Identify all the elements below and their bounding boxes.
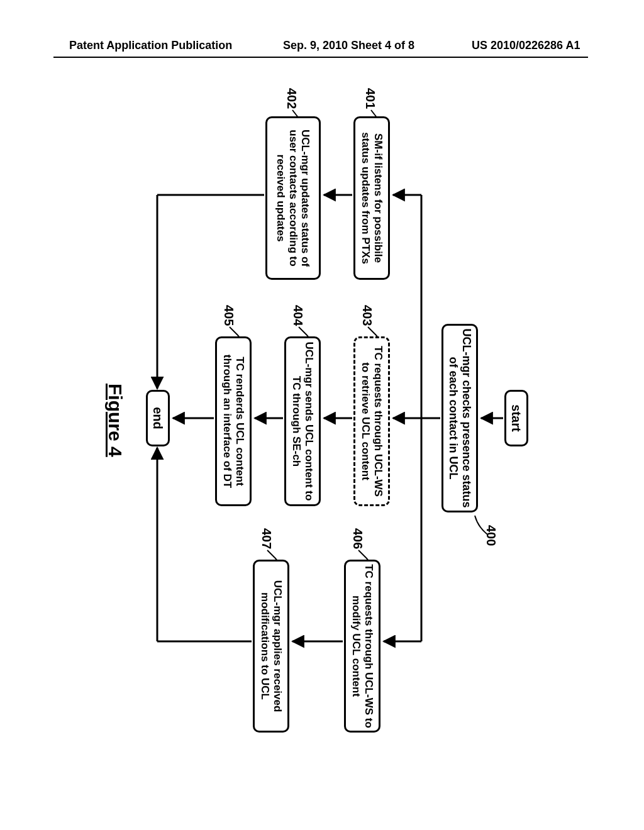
figure-title: Figure 4 (104, 384, 126, 457)
flow-step-402: UCL-mgr updates status of user contacts … (265, 116, 321, 280)
flow-label-400: 400 (484, 525, 498, 546)
flow-step-407: UCL-mgr applies received modifications t… (253, 560, 289, 733)
flow-label-402: 402 (284, 88, 299, 109)
flow-step-404: UCL-mgr sends UCL content to TC through … (284, 336, 321, 506)
flow-step-406: TC requests through UCL-WS to modify UCL… (344, 560, 380, 733)
flow-step-405: TC renderds UCL content through an inter… (215, 336, 252, 506)
flow-label-406: 406 (350, 528, 365, 549)
header-pubno: US 2010/0226286 A1 (472, 39, 580, 52)
flow-label-405: 405 (221, 305, 236, 326)
flow-start: start (504, 390, 528, 446)
flow-label-401: 401 (363, 88, 377, 109)
flow-step-401: SM-if listens for possibile status updat… (353, 116, 390, 280)
header-publication: Patent Application Publication (69, 39, 232, 52)
flow-end: end (146, 390, 170, 446)
flow-step-403: TC requests through UCL-WS to retrieve U… (353, 336, 390, 506)
header-rule (53, 57, 588, 58)
flow-step-400: UCL-mgr checks presence status of each c… (441, 324, 478, 512)
flow-label-407: 407 (259, 528, 274, 549)
flow-label-403: 403 (360, 305, 374, 326)
flow-label-404: 404 (291, 305, 305, 326)
flowchart: start UCL-mgr checks presence status of … (0, 88, 541, 541)
header-date-sheet: Sep. 9, 2010 Sheet 4 of 8 (283, 39, 414, 52)
